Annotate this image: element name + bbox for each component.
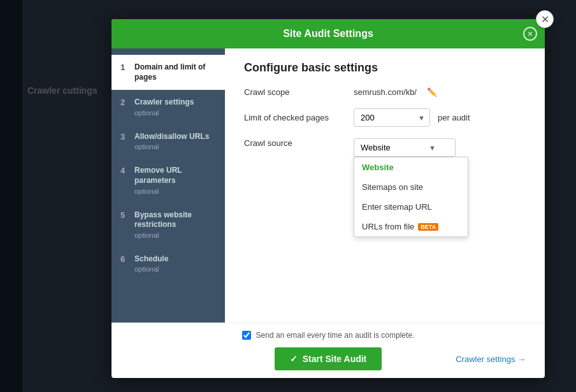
step-3-optional: optional	[134, 143, 209, 150]
step-6-optional: optional	[134, 265, 168, 273]
steps-sidebar: 1 Domain and limit of pages 2 Crawler se…	[112, 48, 225, 323]
dropdown-item-sitemap-url[interactable]: Enter sitemap URL	[354, 197, 468, 217]
limit-pages-label: Limit of checked pages	[244, 113, 346, 122]
step-4-optional: optional	[134, 187, 216, 195]
crawler-settings-link[interactable]: Crawler settings →	[456, 354, 526, 364]
dropdown-item-urls-file[interactable]: URLs from file BETA	[354, 217, 468, 236]
step-5-title: Bypass website restrictions	[134, 210, 216, 230]
step-4[interactable]: 4 Remove URL parameters optional	[112, 158, 225, 202]
modal-x-close-button[interactable]: ✕	[536, 10, 554, 28]
main-content-area: Configure basic settings Crawl scope sem…	[225, 48, 545, 323]
step-1-title: Domain and limit of pages	[134, 62, 216, 82]
dropdown-item-website-label: Website	[362, 163, 394, 172]
limit-select-wrapper: 200 50 100 500 1000 ▼	[354, 108, 430, 127]
step-5-optional: optional	[134, 231, 216, 239]
site-audit-settings-modal: ✕ Site Audit Settings × 1 Domain and lim…	[112, 19, 545, 378]
step-1-number: 1	[120, 62, 129, 72]
crawl-source-row: Crawl source Website ▼ Website Sitemaps …	[244, 138, 526, 157]
crawl-source-trigger[interactable]: Website ▼	[354, 138, 456, 157]
start-audit-button[interactable]: ✓ Start Site Audit	[275, 347, 382, 370]
step-6[interactable]: 6 Schedule optional	[112, 247, 225, 281]
limit-select[interactable]: 200 50 100 500 1000	[354, 108, 430, 127]
modal-close-button[interactable]: ×	[523, 27, 537, 41]
step-5[interactable]: 5 Bypass website restrictions optional	[112, 203, 225, 247]
crawl-source-label: Crawl source	[244, 138, 346, 148]
step-4-title: Remove URL parameters	[134, 166, 216, 185]
section-title: Configure basic settings	[244, 61, 526, 75]
step-3-number: 3	[120, 132, 129, 142]
step-2-title: Crawler settings	[134, 98, 194, 108]
modal-body: 1 Domain and limit of pages 2 Crawler se…	[112, 48, 545, 323]
modal-footer: Send an email every time an audit is com…	[112, 323, 545, 378]
crawl-source-arrow-icon: ▼	[429, 144, 436, 152]
modal-header: Site Audit Settings ×	[112, 19, 545, 48]
step-2[interactable]: 2 Crawler settings optional	[112, 90, 225, 124]
checkmark-icon: ✓	[290, 354, 298, 364]
crawler-settings-link-label: Crawler settings →	[456, 354, 526, 364]
email-notification-row: Send an email every time an audit is com…	[242, 331, 415, 340]
crawl-source-dropdown: Website Sitemaps on site Enter sitemap U…	[354, 157, 468, 237]
step-2-optional: optional	[134, 109, 194, 117]
step-5-number: 5	[120, 210, 129, 220]
dropdown-item-sitemaps-label: Sitemaps on site	[362, 182, 423, 192]
step-2-number: 2	[120, 98, 129, 107]
step-4-number: 4	[120, 166, 129, 175]
step-3[interactable]: 3 Allow/disallow URLs optional	[112, 124, 225, 159]
per-audit-label: per audit	[438, 113, 470, 122]
edit-crawl-scope-icon[interactable]: ✏️	[427, 87, 437, 97]
step-6-number: 6	[120, 254, 129, 264]
crawl-scope-label: Crawl scope	[244, 87, 346, 97]
dropdown-item-website[interactable]: Website	[354, 157, 468, 177]
crawl-source-selected: Website	[361, 143, 391, 152]
modal-title: Site Audit Settings	[283, 28, 373, 39]
step-1[interactable]: 1 Domain and limit of pages	[112, 55, 225, 90]
limit-pages-row: Limit of checked pages 200 50 100 500 10…	[244, 108, 526, 127]
beta-badge: BETA	[418, 223, 438, 231]
dropdown-item-sitemap-url-label: Enter sitemap URL	[362, 202, 432, 212]
crawl-scope-value: semrush.com/kb/	[354, 87, 417, 97]
crawl-scope-row: Crawl scope semrush.com/kb/ ✏️	[244, 87, 526, 97]
dropdown-item-sitemaps[interactable]: Sitemaps on site	[354, 177, 468, 197]
start-audit-label: Start Site Audit	[303, 354, 367, 364]
dropdown-item-urls-file-label: URLs from file	[362, 222, 414, 231]
step-6-title: Schedule	[134, 254, 168, 265]
footer-actions: ✓ Start Site Audit Crawler settings →	[124, 347, 532, 370]
crawl-source-wrapper: Website ▼ Website Sitemaps on site Enter…	[354, 138, 456, 157]
email-notification-checkbox[interactable]	[242, 331, 251, 340]
step-3-title: Allow/disallow URLs	[134, 132, 209, 142]
email-notification-label: Send an email every time an audit is com…	[256, 331, 415, 340]
